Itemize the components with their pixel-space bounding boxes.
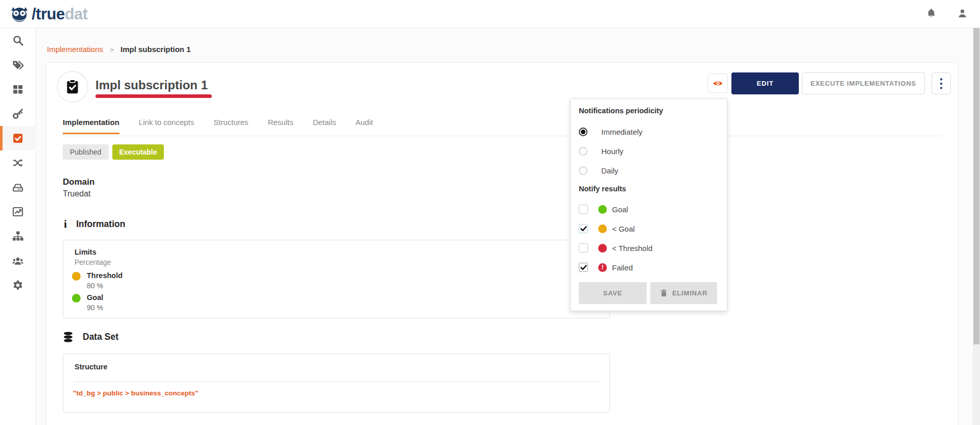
title-underline [95, 94, 212, 98]
trash-icon [660, 289, 668, 297]
edit-button[interactable]: EDIT [731, 72, 799, 94]
implementation-avatar [57, 71, 88, 103]
goal-dot [72, 294, 81, 303]
sidebar-item-domains[interactable] [0, 224, 36, 248]
dataset-section-heading: Data Set [63, 332, 118, 342]
radio-hourly-label: Hourly [601, 147, 623, 156]
tab-results[interactable]: Results [268, 118, 293, 134]
checkbox-unchecked-icon[interactable] [579, 205, 588, 214]
sidebar-item-catalog[interactable] [0, 77, 36, 102]
radio-daily-label: Daily [601, 166, 618, 175]
tab-implementation[interactable]: Implementation [63, 118, 119, 134]
sidebar-item-search[interactable] [0, 28, 36, 53]
scrollbar-thumb[interactable] [973, 28, 979, 344]
checkbox-row-failed[interactable]: ! Failed [579, 260, 633, 275]
sidebar-item-systems[interactable] [0, 175, 36, 199]
dataset-title: Data Set [83, 332, 118, 342]
domain-label: Domain [63, 177, 94, 187]
save-button[interactable]: SAVE [579, 282, 647, 304]
status-badge-executable: Executable [112, 144, 164, 160]
radio-immediately-label: Immediately [601, 128, 643, 136]
eliminar-label: ELIMINAR [672, 289, 707, 297]
eliminar-button[interactable]: ELIMINAR [650, 282, 717, 304]
lt-threshold-result-dot [598, 244, 607, 253]
checkbox-row-lt-threshold[interactable]: < Threshold [579, 240, 652, 256]
page-scrollbar [973, 28, 980, 425]
tab-details[interactable]: Details [313, 118, 336, 134]
radio-daily[interactable]: Daily [579, 163, 618, 178]
sidebar [0, 28, 36, 425]
sidebar-item-user-groups[interactable] [0, 248, 36, 273]
notifications-bell-icon[interactable] [926, 8, 937, 21]
implementation-card: Impl subscription 1 EDIT EXECUTE IMPLEME… [46, 62, 959, 425]
checkbox-checked-icon[interactable] [579, 263, 588, 272]
goal-result-dot [598, 205, 607, 214]
radio-hourly[interactable]: Hourly [579, 143, 623, 159]
checkbox-row-goal[interactable]: Goal [579, 202, 628, 217]
tab-structures[interactable]: Structures [213, 118, 248, 134]
tab-bar: Implementation Link to concepts Structur… [63, 118, 373, 134]
tab-link-to-concepts[interactable]: Link to concepts [139, 118, 194, 134]
sidebar-item-quality[interactable] [0, 126, 36, 151]
key-icon [12, 108, 23, 119]
checkbox-failed-label: Failed [612, 263, 633, 272]
main-content: Implementations > Impl subscription 1 Im… [36, 28, 973, 425]
owl-logo-icon [8, 4, 31, 24]
chart-line-icon [12, 206, 23, 217]
view-eye-button[interactable] [707, 73, 728, 93]
search-icon [12, 35, 23, 46]
notifications-popup: Notifications periodicity Immediately Ho… [570, 98, 727, 311]
sidebar-item-permissions[interactable] [0, 102, 36, 126]
limits-title: Limits [75, 248, 96, 256]
shuffle-icon [12, 157, 23, 168]
checkbox-checked-icon[interactable] [579, 224, 588, 233]
tab-bar-divider [63, 136, 943, 136]
checkbox-unchecked-icon[interactable] [579, 243, 588, 253]
failed-exclamation-icon: ! [598, 263, 607, 272]
database-icon [63, 332, 74, 342]
lt-goal-result-dot [598, 224, 607, 233]
radio-selected-icon[interactable] [579, 128, 587, 136]
checkbox-goal-label: Goal [612, 205, 628, 214]
breadcrumb: Implementations > Impl subscription 1 [47, 45, 191, 54]
clipboard-check-icon [65, 79, 80, 94]
breadcrumb-separator: > [110, 46, 114, 54]
radio-unselected-icon[interactable] [579, 147, 587, 156]
user-account-icon[interactable] [957, 8, 968, 21]
notifications-periodicity-title: Notifications periodicity [579, 107, 663, 115]
execute-implementations-button[interactable]: EXECUTE IMPLEMENTATIONS [802, 72, 925, 94]
threshold-label: Threshold [87, 271, 122, 280]
limits-panel: Limits Percentage Threshold 80 % Goal 90… [63, 240, 610, 318]
threshold-dot [72, 272, 81, 281]
more-options-button[interactable] [932, 72, 951, 94]
sidebar-item-dashboards[interactable] [0, 199, 36, 224]
structure-panel: Structure "td_bg > public > business_con… [63, 354, 610, 413]
information-title: Information [76, 219, 125, 230]
radio-immediately[interactable]: Immediately [579, 124, 643, 139]
status-badge-published: Published [63, 144, 109, 160]
checkbox-row-lt-goal[interactable]: < Goal [579, 221, 635, 236]
notify-results-title: Notify results [579, 185, 626, 193]
sidebar-item-tags[interactable] [0, 53, 36, 77]
tab-audit[interactable]: Audit [356, 118, 373, 134]
checkbox-lt-threshold-label: < Threshold [612, 244, 652, 253]
limits-subtitle: Percentage [75, 258, 111, 266]
logo-wordmark: /truedat [32, 5, 88, 23]
checkbox-lt-goal-label: < Goal [612, 224, 635, 233]
threshold-value: 80 % [87, 282, 103, 290]
breadcrumb-current: Impl subscription 1 [120, 45, 191, 54]
check-square-icon [12, 133, 23, 144]
sidebar-item-settings[interactable] [0, 273, 36, 297]
grid-icon [12, 84, 23, 95]
kebab-menu-icon [940, 78, 943, 90]
sidebar-item-lineage[interactable] [0, 151, 36, 175]
truedat-logo[interactable]: /truedat [8, 4, 88, 24]
breadcrumb-link-implementations[interactable]: Implementations [47, 45, 103, 54]
hard-drive-icon [12, 182, 23, 193]
radio-unselected-icon[interactable] [579, 166, 587, 175]
info-icon [64, 217, 67, 231]
gear-icon [12, 280, 23, 291]
structure-box-title: Structure [75, 363, 107, 371]
tags-icon [12, 59, 23, 70]
structure-path-link[interactable]: "td_bg > public > business_concepts" [73, 389, 198, 397]
